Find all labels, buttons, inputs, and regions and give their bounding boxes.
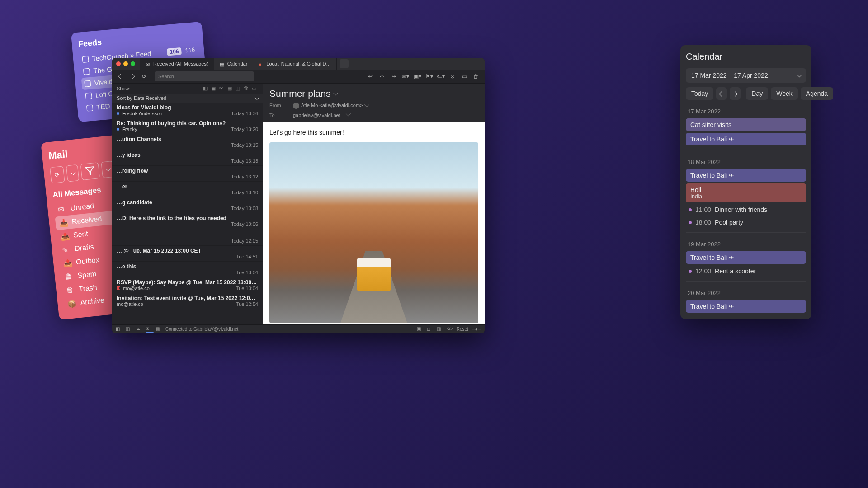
forward-mail-button[interactable]: ↪ bbox=[389, 71, 399, 81]
statusbar: ◧ ◫ ☁ ✉12 ▦ Connected to GabrielaV@vival… bbox=[112, 324, 485, 333]
rss-icon bbox=[86, 104, 93, 111]
message-row[interactable]: …e thisTue 13:04 bbox=[112, 262, 263, 277]
dot-icon: ● bbox=[259, 61, 264, 66]
folder-icon: ✎ bbox=[61, 245, 71, 254]
message-row[interactable]: Re: Thinking of buying this car. Opinion… bbox=[112, 118, 263, 134]
tab-received[interactable]: ✉Received (All Messages) bbox=[140, 58, 214, 70]
calendar-status-icon[interactable]: ▦ bbox=[156, 326, 162, 333]
next-button[interactable] bbox=[730, 87, 741, 100]
label-button[interactable]: 🏷▾ bbox=[436, 71, 446, 81]
archive-button[interactable]: ▭ bbox=[459, 71, 469, 81]
today-button[interactable]: Today bbox=[686, 87, 713, 100]
message-row[interactable]: Ideas for Vivaldi blogFredrik AnderssonT… bbox=[112, 103, 263, 118]
show-trash-icon[interactable]: 🗑 bbox=[244, 85, 250, 92]
view-day[interactable]: Day bbox=[746, 87, 768, 100]
event-dot bbox=[689, 270, 692, 273]
message-row[interactable]: …erToday 13:10 bbox=[112, 182, 263, 197]
flag-button[interactable]: ⚑▾ bbox=[424, 71, 434, 81]
reply-button[interactable]: ↩ bbox=[365, 71, 375, 81]
message-list-pane: Show: ◧ ▣ ✉ ▤ ◫ 🗑 ▭ Sort by Date Receive… bbox=[112, 84, 263, 324]
reset-button[interactable]: Reset bbox=[457, 327, 468, 332]
event-dot bbox=[689, 208, 692, 211]
calendar-event[interactable]: Cat sitter visits bbox=[686, 118, 806, 131]
search-input[interactable]: Search bbox=[155, 71, 254, 81]
message-row[interactable]: …D: Here's the link to the files you nee… bbox=[112, 213, 263, 229]
spam-button[interactable]: ⊘ bbox=[448, 71, 458, 81]
message-title: Summer plans bbox=[269, 88, 478, 99]
calendar-event[interactable]: Travel to Bali ✈ bbox=[686, 133, 806, 145]
calendar-timed-event[interactable]: 11:00Dinner with friends bbox=[686, 204, 806, 215]
dev-icon[interactable]: </> bbox=[447, 326, 453, 333]
delete-button[interactable]: 🗑 bbox=[471, 71, 481, 81]
flag-icon bbox=[117, 286, 120, 290]
folder-icon: 📤 bbox=[60, 231, 69, 240]
tab-calendar[interactable]: ▦Calendar bbox=[214, 58, 254, 70]
tab-news[interactable]: ●Local, National, & Global D… bbox=[253, 58, 337, 70]
message-row[interactable]: RSVP (Maybe): Say Maybe @ Tue, Mar 15 20… bbox=[112, 277, 263, 293]
rss-icon bbox=[85, 92, 92, 99]
calendar-event[interactable]: Travel to Bali ✈ bbox=[686, 169, 806, 182]
message-row[interactable]: …g candidateToday 13:08 bbox=[112, 197, 263, 213]
calendar-timed-event[interactable]: 12:00Rent a scooter bbox=[686, 266, 806, 277]
mark-read-button[interactable]: ✉▾ bbox=[401, 71, 410, 81]
capture-icon[interactable]: ▣ bbox=[417, 326, 423, 333]
reply-all-button[interactable]: ⤺ bbox=[377, 71, 387, 81]
back-button[interactable] bbox=[116, 71, 126, 81]
minimize-window-button[interactable] bbox=[123, 61, 128, 66]
reload-button[interactable]: ⟳ bbox=[139, 71, 149, 81]
message-row[interactable]: … @ Tue, Mar 15 2022 13:00 CETTue 14:51 bbox=[112, 246, 263, 262]
show-folder-icon[interactable]: ▣ bbox=[211, 85, 217, 92]
camera-icon[interactable]: ◻ bbox=[427, 326, 433, 333]
show-flag-icon[interactable]: ▤ bbox=[227, 85, 234, 92]
rss-icon bbox=[83, 68, 90, 75]
message-row[interactable]: …rding flowToday 13:12 bbox=[112, 166, 263, 182]
filter-button[interactable] bbox=[80, 162, 100, 180]
sort-bar[interactable]: Sort by Date Received bbox=[112, 94, 263, 103]
from-value[interactable]: Atle Mo <atle@vivaldi.com> bbox=[301, 103, 363, 108]
show-bar: Show: ◧ ▣ ✉ ▤ ◫ 🗑 ▭ bbox=[112, 84, 263, 94]
folder-icon: 📤 bbox=[63, 258, 72, 267]
message-row[interactable]: …ution ChannelsToday 13:15 bbox=[112, 134, 263, 150]
unread-dot bbox=[117, 112, 119, 115]
event-dot bbox=[689, 221, 692, 224]
message-body: Let's go here this summer! bbox=[263, 122, 485, 324]
folder-icon: 🗑 bbox=[66, 286, 75, 295]
message-row[interactable]: Today 12:05 bbox=[112, 229, 263, 246]
panel-toggle-icon[interactable]: ◧ bbox=[116, 326, 122, 333]
image-icon[interactable]: ▨ bbox=[437, 326, 443, 333]
prev-button[interactable] bbox=[716, 87, 727, 100]
show-thread-icon[interactable]: ◧ bbox=[203, 85, 209, 92]
tabbar: ✉Received (All Messages) ▦Calendar ●Loca… bbox=[112, 58, 485, 70]
status-text: Connected to GabrielaV@vivaldi.net bbox=[165, 327, 238, 332]
refresh-button[interactable]: ⟳ bbox=[50, 166, 65, 183]
calendar-icon: ▦ bbox=[220, 61, 225, 66]
attached-image bbox=[269, 142, 478, 323]
to-value[interactable]: gabrielav@vivaldi.net bbox=[293, 113, 340, 118]
calendar-day-header: 20 Mar 2022 bbox=[686, 290, 806, 296]
calendar-timed-event[interactable]: 18:00Pool party bbox=[686, 217, 806, 228]
close-window-button[interactable] bbox=[116, 61, 121, 66]
new-tab-button[interactable]: + bbox=[340, 59, 349, 68]
forward-button[interactable] bbox=[127, 71, 137, 81]
calendar-title: Calendar bbox=[686, 52, 806, 62]
calendar-event[interactable]: Travel to Bali ✈ bbox=[686, 251, 806, 264]
cloud-icon[interactable]: ☁ bbox=[136, 326, 142, 333]
calendar-event[interactable]: HoliIndia bbox=[686, 183, 806, 202]
mail-status-icon[interactable]: ✉12 bbox=[146, 326, 152, 333]
view-agenda[interactable]: Agenda bbox=[801, 87, 833, 100]
sync-icon[interactable]: ◫ bbox=[126, 326, 132, 333]
refresh-dropdown[interactable] bbox=[66, 164, 80, 182]
show-attach-icon[interactable]: ◫ bbox=[236, 85, 242, 92]
view-week[interactable]: Week bbox=[771, 87, 798, 100]
date-range-picker[interactable]: 17 Mar 2022 – 17 Apr 2022 bbox=[686, 68, 806, 83]
show-archive-icon[interactable]: ▭ bbox=[252, 85, 258, 92]
show-unread-icon[interactable]: ✉ bbox=[219, 85, 226, 92]
message-row[interactable]: Invitation: Test event invite @ Tue, Mar… bbox=[112, 293, 263, 309]
move-button[interactable]: ▣▾ bbox=[412, 71, 422, 81]
unread-dot bbox=[117, 128, 119, 131]
message-row[interactable]: …y ideasToday 13:13 bbox=[112, 150, 263, 166]
maximize-window-button[interactable] bbox=[131, 61, 135, 66]
zoom-slider[interactable]: ─●─ bbox=[472, 327, 481, 332]
calendar-event[interactable]: Travel to Bali ✈ bbox=[686, 300, 806, 313]
folder-icon: 📦 bbox=[67, 299, 76, 308]
